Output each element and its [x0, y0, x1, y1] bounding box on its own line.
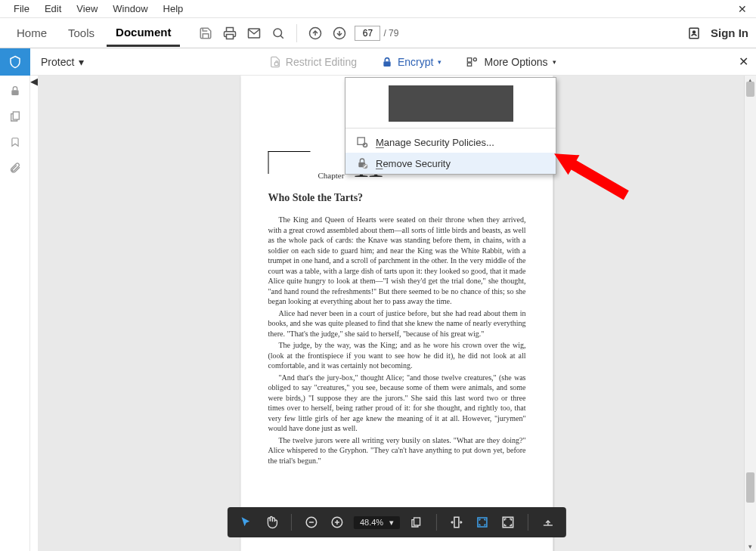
protect-toolbar: Protect ▾ Restrict Editing Encrypt ▾ Mor…	[0, 48, 756, 76]
print-icon[interactable]	[220, 23, 240, 43]
tab-document[interactable]: Document	[107, 20, 180, 47]
zoom-out-icon[interactable]	[302, 513, 321, 531]
menu-file[interactable]: File	[6, 2, 37, 16]
lock-icon[interactable]	[9, 85, 21, 97]
mail-icon[interactable]	[244, 23, 264, 43]
window-close-icon[interactable]: ✕	[735, 3, 750, 15]
body-paragraph: Alice had never been in a court of justi…	[268, 308, 526, 339]
tab-home[interactable]: Home	[8, 20, 56, 45]
body-paragraph: "And that's the jury-box," thought Alice…	[268, 373, 526, 434]
menu-help[interactable]: Help	[156, 2, 191, 16]
protect-label: Protect	[41, 56, 74, 68]
hand-tool-icon[interactable]	[262, 513, 280, 531]
protect-dropdown[interactable]: Protect ▾	[30, 56, 94, 68]
page-down-icon[interactable]	[330, 23, 349, 43]
attachment-icon[interactable]	[9, 162, 21, 174]
read-mode-icon[interactable]	[539, 513, 557, 531]
left-nav-rail	[0, 76, 30, 551]
remove-security-item[interactable]: Remove Security	[345, 153, 556, 174]
encrypt-menu: Manage Security Policies... Remove Secur…	[345, 77, 556, 175]
fullscreen-icon[interactable]	[499, 513, 517, 531]
pages-icon[interactable]	[9, 110, 21, 122]
scroll-thumb[interactable]	[746, 82, 754, 97]
svg-line-3	[280, 36, 284, 39]
view-controls-bar: 48.4%▾	[228, 507, 566, 537]
manage-label: Manage Security Policies...	[376, 137, 494, 148]
menu-window[interactable]: Window	[105, 2, 155, 16]
more-options-label: More Options	[484, 56, 547, 68]
page-up-icon[interactable]	[305, 23, 325, 43]
caret-down-icon: ▾	[389, 518, 394, 528]
svg-rect-12	[468, 57, 472, 61]
svg-rect-15	[11, 90, 18, 95]
scroll-thumb[interactable]	[746, 472, 754, 503]
restrict-label: Restrict Editing	[286, 56, 357, 68]
caret-down-icon: ▾	[79, 56, 84, 68]
system-menubar: File Edit View Window Help ✕	[0, 0, 756, 18]
zoom-value: 48.4%	[360, 518, 383, 527]
more-options-dropdown[interactable]: More Options ▾	[461, 53, 560, 71]
svg-rect-23	[454, 517, 459, 528]
body-paragraph: The judge, by the way, was the King; and…	[268, 340, 526, 371]
restrict-editing-button[interactable]: Restrict Editing	[265, 52, 361, 72]
page-total-label: / 79	[383, 28, 398, 39]
body-paragraph: The King and Queen of Hearts were seated…	[268, 215, 526, 307]
svg-point-2	[274, 29, 282, 37]
protect-tab-icon[interactable]	[0, 48, 30, 76]
svg-rect-22	[414, 518, 420, 525]
vertical-scrollbar[interactable]: ▴ ▾	[744, 76, 756, 551]
svg-rect-13	[468, 63, 472, 66]
fit-page-icon[interactable]	[407, 513, 426, 531]
signin-button[interactable]: Sign In	[711, 26, 748, 39]
zoom-level-dropdown[interactable]: 48.4%▾	[354, 516, 400, 529]
main-toolbar: Home Tools Document / 79 Sign In	[0, 18, 756, 48]
caret-down-icon: ▾	[553, 58, 556, 66]
svg-point-9	[693, 31, 696, 33]
scroll-down-icon[interactable]: ▾	[745, 543, 756, 550]
encrypt-label: Encrypt	[398, 56, 433, 68]
search-icon[interactable]	[268, 23, 288, 43]
page-number-input[interactable]	[355, 26, 380, 41]
svg-rect-0	[227, 34, 234, 39]
security-preview	[389, 85, 513, 122]
svg-rect-10	[274, 62, 278, 65]
signin-icon[interactable]	[684, 23, 704, 43]
svg-rect-11	[383, 61, 390, 67]
chapter-title: Who Stole the Tarts?	[268, 192, 526, 204]
fit-visible-icon[interactable]	[473, 513, 491, 531]
save-icon[interactable]	[196, 23, 215, 43]
menu-view[interactable]: View	[69, 2, 105, 16]
caret-down-icon: ▾	[438, 58, 442, 66]
encrypt-dropdown[interactable]: Encrypt ▾	[376, 52, 446, 72]
panel-collapse-handle[interactable]: ◀	[30, 76, 38, 551]
remove-label: Remove Security	[376, 158, 451, 169]
zoom-in-icon[interactable]	[328, 513, 346, 531]
body-paragraph: The twelve jurors were all writing very …	[268, 435, 526, 466]
fit-width-icon[interactable]	[448, 513, 466, 531]
bookmark-icon[interactable]	[10, 136, 20, 148]
close-panel-button[interactable]: ✕	[730, 54, 756, 69]
select-tool-icon[interactable]	[237, 513, 255, 531]
manage-security-policies-item[interactable]: Manage Security Policies...	[345, 132, 556, 153]
chapter-label: Chapter	[318, 171, 345, 180]
menu-edit[interactable]: Edit	[37, 2, 69, 16]
tab-tools[interactable]: Tools	[59, 20, 104, 45]
svg-rect-16	[13, 112, 19, 119]
